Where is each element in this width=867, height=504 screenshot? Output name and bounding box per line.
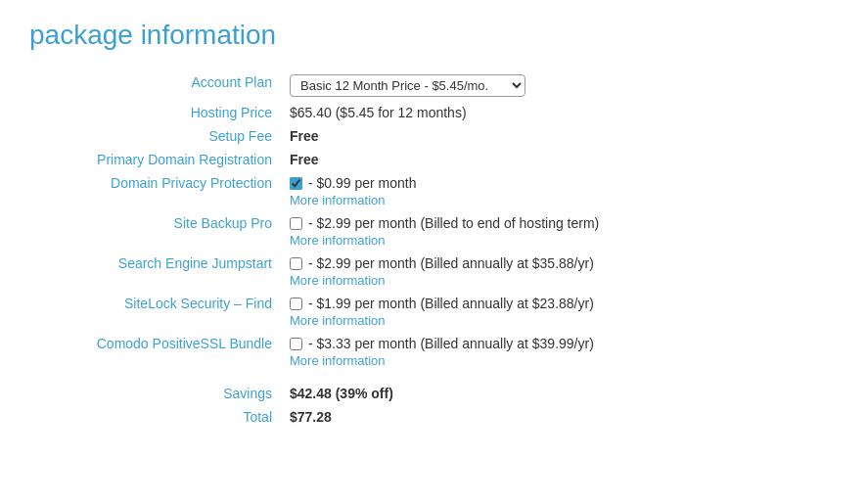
domain-privacy-more-link[interactable]: More information xyxy=(290,193,832,207)
sitelock-row: SiteLock Security – Find - $1.99 per mon… xyxy=(29,292,838,332)
comodo-label: Comodo PositiveSSL Bundle xyxy=(29,332,284,372)
domain-privacy-value: - $0.99 per month More information xyxy=(284,171,838,211)
savings-row: Savings $42.48 (39% off) xyxy=(29,382,838,405)
package-info-table: Account Plan Basic 12 Month Price - $5.4… xyxy=(29,70,838,429)
total-value: $77.28 xyxy=(284,405,838,429)
sitelock-checkbox[interactable] xyxy=(290,298,302,310)
comodo-value: - $3.33 per month (Billed annually at $3… xyxy=(284,332,838,372)
domain-privacy-label: Domain Privacy Protection xyxy=(29,171,284,211)
sitelock-label: SiteLock Security – Find xyxy=(29,292,284,332)
setup-fee-row: Setup Fee Free xyxy=(29,124,838,148)
search-engine-row: Search Engine Jumpstart - $2.99 per mont… xyxy=(29,252,838,292)
site-backup-value: - $2.99 per month (Billed to end of host… xyxy=(284,211,838,252)
savings-label: Savings xyxy=(29,382,284,405)
search-engine-label: Search Engine Jumpstart xyxy=(29,252,284,292)
search-engine-value: - $2.99 per month (Billed annually at $3… xyxy=(284,252,838,292)
site-backup-row: Site Backup Pro - $2.99 per month (Bille… xyxy=(29,211,838,252)
site-backup-more-link[interactable]: More information xyxy=(290,233,832,248)
site-backup-checkbox[interactable] xyxy=(290,217,302,230)
domain-privacy-checkbox[interactable] xyxy=(290,177,302,190)
comodo-checkbox[interactable] xyxy=(290,338,302,350)
account-plan-value: Basic 12 Month Price - $5.45/mo. xyxy=(284,70,838,101)
primary-domain-row: Primary Domain Registration Free xyxy=(29,148,838,171)
account-plan-select[interactable]: Basic 12 Month Price - $5.45/mo. xyxy=(290,74,525,97)
account-plan-label: Account Plan xyxy=(29,70,284,101)
search-engine-checkbox[interactable] xyxy=(290,257,302,270)
sitelock-more-link[interactable]: More information xyxy=(290,313,832,328)
search-engine-more-link[interactable]: More information xyxy=(290,273,832,288)
savings-value: $42.48 (39% off) xyxy=(284,382,838,405)
hosting-price-value: $65.40 ($5.45 for 12 months) xyxy=(284,101,838,124)
hosting-price-row: Hosting Price $65.40 ($5.45 for 12 month… xyxy=(29,101,838,124)
setup-fee-label: Setup Fee xyxy=(29,124,284,148)
total-row: Total $77.28 xyxy=(29,405,838,429)
primary-domain-value: Free xyxy=(284,148,838,171)
primary-domain-label: Primary Domain Registration xyxy=(29,148,284,171)
domain-privacy-row: Domain Privacy Protection - $0.99 per mo… xyxy=(29,171,838,211)
account-plan-row: Account Plan Basic 12 Month Price - $5.4… xyxy=(29,70,838,101)
setup-fee-value: Free xyxy=(284,124,838,148)
site-backup-label: Site Backup Pro xyxy=(29,211,284,252)
total-label: Total xyxy=(29,405,284,429)
comodo-more-link[interactable]: More information xyxy=(290,353,832,368)
page-title: package information xyxy=(29,20,838,51)
sitelock-value: - $1.99 per month (Billed annually at $2… xyxy=(284,292,838,332)
hosting-price-label: Hosting Price xyxy=(29,101,284,124)
comodo-row: Comodo PositiveSSL Bundle - $3.33 per mo… xyxy=(29,332,838,372)
